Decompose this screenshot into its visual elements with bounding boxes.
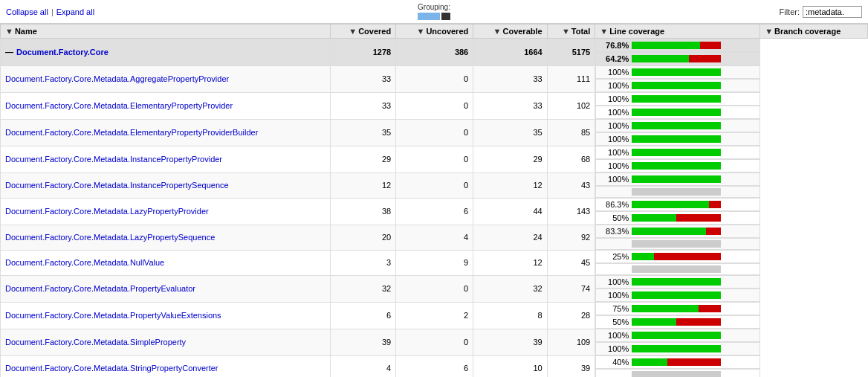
collapse-all-link[interactable]: Collapse all — [6, 7, 48, 16]
cell-uncovered: 9 — [396, 250, 473, 275]
cell-covered: 32 — [331, 275, 396, 302]
col-coverable[interactable]: ▼Coverable — [473, 25, 547, 39]
branch-coverage-bar — [632, 214, 721, 222]
cell-branch-coverage: 64.2% — [595, 52, 760, 65]
line-coverage-bar — [632, 253, 721, 260]
col-line-coverage[interactable]: ▼Line coverage — [595, 25, 760, 39]
cell-covered: 12 — [331, 173, 396, 198]
cell-covered: 39 — [331, 329, 396, 355]
branch-coverage-bar — [632, 82, 721, 89]
line-coverage-pct: 86.3% — [600, 200, 629, 209]
cell-coverable: 8 — [473, 302, 547, 329]
cell-uncovered: 386 — [396, 39, 473, 66]
cell-branch-coverage: 50% — [595, 315, 760, 329]
branch-coverage-pct: 100% — [600, 135, 629, 144]
cell-name: Document.Factory.Core.Metadata.InstanceP… — [1, 173, 331, 198]
cell-name: Document.Factory.Core.Metadata.Elementar… — [1, 92, 331, 119]
cell-name: Document.Factory.Core.Metadata.LazyPrope… — [1, 198, 331, 225]
branch-coverage-bar — [632, 265, 721, 273]
branch-coverage-bar — [632, 162, 721, 170]
cell-name: Document.Factory.Core.Metadata.Aggregate… — [1, 65, 331, 92]
cell-uncovered: 0 — [396, 65, 473, 92]
item-name-link[interactable]: Document.Factory.Core.Metadata.PropertyE… — [5, 284, 195, 293]
cell-name: Document.Factory.Core.Metadata.StringPro… — [1, 355, 331, 377]
cell-coverable: 33 — [473, 92, 547, 119]
cell-covered: 4 — [331, 355, 396, 377]
cell-covered: 35 — [331, 119, 396, 146]
cell-name: —Document.Factory.Core — [1, 39, 331, 66]
item-name-link[interactable]: Document.Factory.Core.Metadata.PropertyV… — [5, 311, 221, 320]
cell-coverable: 35 — [473, 119, 547, 146]
cell-covered: 20 — [331, 225, 396, 250]
cell-uncovered: 4 — [396, 225, 473, 250]
table-row: Document.Factory.Core.Metadata.InstanceP… — [1, 173, 868, 198]
cell-branch-coverage — [595, 186, 760, 198]
line-coverage-pct: 76.8% — [600, 41, 629, 50]
branch-coverage-bar — [632, 345, 721, 352]
item-name-link[interactable]: Document.Factory.Core.Metadata.NullValue — [5, 258, 164, 267]
item-name-link[interactable]: Document.Factory.Core.Metadata.SimplePro… — [5, 338, 186, 347]
item-name-link[interactable]: Document.Factory.Core.Metadata.Elementar… — [5, 101, 233, 110]
cell-uncovered: 0 — [396, 173, 473, 198]
cell-line-coverage: 76.8% — [595, 39, 760, 52]
item-name-link[interactable]: Document.Factory.Core.Metadata.InstanceP… — [5, 155, 222, 164]
group-name-link[interactable]: Document.Factory.Core — [16, 48, 108, 57]
cell-covered: 29 — [331, 146, 396, 173]
cell-total: 45 — [547, 250, 595, 275]
cell-uncovered: 0 — [396, 275, 473, 302]
table-row: Document.Factory.Core.Metadata.LazyPrope… — [1, 198, 868, 225]
cell-line-coverage: 100% — [595, 92, 760, 106]
group-dash: — — [5, 48, 13, 57]
branch-coverage-bar — [632, 188, 721, 196]
branch-coverage-pct: 100% — [600, 81, 629, 90]
cell-branch-coverage — [595, 238, 760, 250]
item-name-link[interactable]: Document.Factory.Core.Metadata.LazyPrope… — [5, 207, 209, 216]
cell-name: Document.Factory.Core.Metadata.SimplePro… — [1, 329, 331, 355]
cell-coverable: 29 — [473, 146, 547, 173]
cell-branch-coverage: 100% — [595, 289, 760, 302]
separator: | — [51, 7, 54, 16]
table-row: Document.Factory.Core.Metadata.Elementar… — [1, 92, 868, 119]
filter-input[interactable] — [803, 6, 862, 18]
cell-total: 111 — [547, 65, 595, 92]
table-row: Document.Factory.Core.Metadata.Elementar… — [1, 119, 868, 146]
item-name-link[interactable]: Document.Factory.Core.Metadata.Elementar… — [5, 128, 258, 137]
expand-all-link[interactable]: Expand all — [56, 7, 94, 16]
cell-branch-coverage — [595, 369, 760, 377]
col-covered[interactable]: ▼Covered — [331, 25, 396, 39]
item-name-link[interactable]: Document.Factory.Core.Metadata.InstanceP… — [5, 181, 229, 190]
table-row: Document.Factory.Core.Metadata.PropertyE… — [1, 275, 868, 302]
col-branch-coverage[interactable]: ▼Branch coverage — [760, 25, 868, 39]
col-name[interactable]: ▼Name — [1, 25, 331, 39]
table-row: Document.Factory.Core.Metadata.PropertyV… — [1, 302, 868, 329]
cell-total: 28 — [547, 302, 595, 329]
cell-coverable: 44 — [473, 198, 547, 225]
branch-coverage-bar — [632, 240, 721, 248]
item-name-link[interactable]: Document.Factory.Core.Metadata.StringPro… — [5, 364, 218, 373]
col-total[interactable]: ▼Total — [547, 25, 595, 39]
cell-coverable: 12 — [473, 173, 547, 198]
item-name-link[interactable]: Document.Factory.Core.Metadata.LazyPrope… — [5, 233, 215, 242]
cell-total: 92 — [547, 225, 595, 250]
coverage-table: ▼Name ▼Covered ▼Uncovered ▼Coverable ▼To… — [0, 24, 868, 377]
branch-coverage-pct: 64.2% — [600, 54, 629, 63]
top-bar: Collapse all | Expand all Grouping: Filt… — [0, 0, 868, 24]
cell-line-coverage: 100% — [595, 329, 760, 342]
grouping-segment-blue — [418, 13, 440, 20]
grouping-label: Grouping: — [418, 3, 450, 11]
filter-section: Filter: — [780, 6, 863, 18]
item-name-link[interactable]: Document.Factory.Core.Metadata.Aggregate… — [5, 74, 229, 83]
col-uncovered[interactable]: ▼Uncovered — [396, 25, 473, 39]
cell-line-coverage: 100% — [595, 146, 760, 159]
cell-line-coverage: 86.3% — [595, 198, 760, 211]
branch-coverage-bar — [632, 135, 721, 143]
cell-name: Document.Factory.Core.Metadata.Elementar… — [1, 119, 331, 146]
collapse-expand-controls: Collapse all | Expand all — [6, 7, 94, 16]
cell-total: 74 — [547, 275, 595, 302]
line-coverage-bar — [632, 305, 721, 312]
branch-coverage-pct: 100% — [600, 161, 629, 170]
table-group-row: —Document.Factory.Core12783861664517576.… — [1, 39, 868, 66]
cell-name: Document.Factory.Core.Metadata.LazyPrope… — [1, 225, 331, 250]
cell-line-coverage: 75% — [595, 302, 760, 315]
line-coverage-pct: 83.3% — [600, 227, 629, 236]
